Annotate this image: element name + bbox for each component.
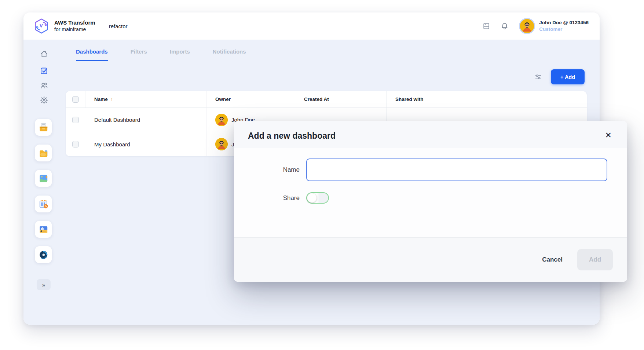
column-header-shared-with: Shared with (387, 91, 587, 107)
check-square-icon (40, 66, 48, 75)
row-checkbox[interactable] (72, 117, 79, 123)
notifications-bell-icon[interactable] (501, 22, 509, 30)
select-all-cell (66, 91, 85, 107)
column-header-created-at: Created At (295, 91, 387, 107)
modal-body: Name Share (234, 148, 627, 237)
sidebar-item-home[interactable] (40, 50, 48, 58)
dashboard-name-input[interactable] (306, 158, 607, 181)
row-checkbox[interactable] (72, 141, 79, 147)
tab-imports[interactable]: Imports (170, 48, 190, 61)
modal-title: Add a new dashboard (248, 131, 612, 141)
modal-add-button[interactable]: Add (577, 249, 613, 270)
modal-header: Add a new dashboard ✕ (234, 121, 627, 148)
name-field-row: Name (234, 158, 627, 181)
sidebar-shortcut-files[interactable] (35, 145, 52, 161)
owner-avatar (215, 114, 228, 126)
calendar-clock-icon (39, 199, 48, 209)
brand-line-1: AWS Transform (54, 19, 95, 26)
sidebar-shortcut-explore[interactable] (35, 246, 52, 263)
sidebar-shortcut-schedule[interactable] (35, 196, 52, 212)
toggle-knob (307, 193, 316, 203)
user-avatar (519, 18, 535, 34)
user-role: Customer (539, 26, 589, 33)
share-field-row: Share (234, 192, 627, 204)
dashboard-name-cell: My Dashboard (85, 132, 206, 156)
map-icon (39, 174, 48, 183)
gear-icon (40, 96, 48, 105)
sidebar-item-users[interactable] (40, 81, 48, 90)
column-header-name[interactable]: Name ↑ (85, 91, 206, 107)
add-dashboard-modal: Add a new dashboard ✕ Name Share Cancel … (234, 121, 627, 282)
tab-filters[interactable]: Filters (131, 48, 147, 61)
aws-transform-logo-icon (33, 18, 50, 34)
sidebar-shortcut-map[interactable] (35, 170, 52, 187)
report-chart-icon (39, 225, 48, 234)
docs-icon[interactable] (482, 22, 490, 30)
top-bar-actions: John Doe @ 0123456 Customer (482, 18, 589, 34)
sidebar-item-settings[interactable] (40, 96, 48, 105)
filter-sliders-icon[interactable] (534, 73, 542, 81)
tab-bar: Dashboards Filters Imports Notifications (66, 40, 587, 61)
sidebar: » (23, 40, 66, 325)
sort-ascending-icon: ↑ (111, 96, 113, 102)
sidebar-shortcut-archive[interactable] (35, 119, 52, 136)
expand-chevrons: » (42, 282, 45, 288)
name-field-label: Name (234, 166, 306, 174)
user-profile-chip[interactable]: John Doe @ 0123456 Customer (519, 18, 589, 34)
close-icon[interactable]: ✕ (605, 131, 612, 139)
sidebar-shortcut-reports[interactable] (35, 221, 52, 238)
sidebar-expand-button[interactable]: » (37, 279, 51, 290)
product-name: refactor (109, 23, 128, 29)
users-icon (40, 81, 48, 90)
folder-icon (39, 148, 48, 158)
user-text: John Doe @ 0123456 Customer (539, 19, 589, 32)
user-name: John Doe @ 0123456 (539, 19, 589, 26)
select-all-checkbox[interactable] (72, 96, 79, 103)
archive-box-icon (39, 123, 48, 132)
modal-footer: Cancel Add (234, 237, 627, 282)
tab-dashboards[interactable]: Dashboards (76, 48, 108, 61)
share-field-label: Share (234, 194, 306, 202)
tab-notifications[interactable]: Notifications (213, 48, 246, 61)
explore-globe-icon (39, 250, 48, 260)
top-bar: AWS Transform for mainframe refactor Joh… (23, 12, 600, 40)
home-icon (40, 50, 48, 58)
brand-line-2: for mainframe (54, 26, 95, 33)
table-toolbar: + Add (66, 69, 587, 84)
owner-avatar (215, 138, 228, 150)
table-header-row: Name ↑ Owner Created At Shared with (66, 91, 587, 108)
sidebar-item-dashboards[interactable] (40, 66, 48, 75)
add-dashboard-button[interactable]: + Add (551, 69, 585, 84)
column-header-owner: Owner (206, 91, 295, 107)
cancel-button[interactable]: Cancel (542, 256, 563, 263)
brand-divider (102, 19, 102, 33)
dashboard-name-cell: Default Dashboard (85, 108, 206, 132)
share-toggle[interactable] (306, 192, 329, 204)
brand-title: AWS Transform for mainframe (54, 19, 95, 33)
